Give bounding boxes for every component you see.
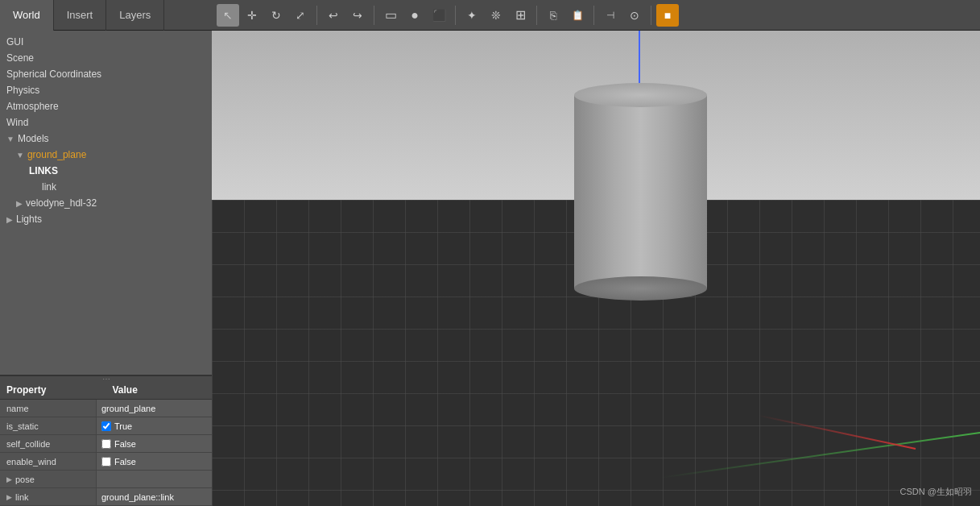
toolbar-separator-6 — [651, 6, 651, 25]
prop-val-self-collide[interactable]: False — [97, 435, 212, 452]
prop-val-is-static[interactable]: True — [97, 417, 212, 434]
grid-button[interactable]: ⊞ — [509, 4, 531, 27]
self-collide-checkbox[interactable] — [101, 439, 111, 449]
tree-item-velodyne[interactable]: ▶ velodyne_hdl-32 — [0, 195, 212, 211]
prop-row-enable-wind: enable_wind False — [0, 453, 212, 471]
particle-button[interactable]: ❊ — [485, 4, 507, 27]
prop-row-self-collide: self_collide False — [0, 435, 212, 453]
record-button[interactable]: ⊙ — [623, 4, 646, 27]
cylinder-top-face — [574, 83, 707, 107]
tab-bar: World Insert Layers — [0, 0, 212, 31]
tree-item-atmosphere[interactable]: Atmosphere — [0, 98, 212, 114]
is-static-checkbox[interactable] — [101, 421, 111, 431]
prop-val-enable-wind[interactable]: False — [97, 453, 212, 470]
scale-tool-button[interactable]: ⤢ — [289, 4, 312, 27]
tree-item-ground-plane-label: ground_plane — [27, 149, 86, 160]
lights-expand-arrow: ▶ — [6, 215, 13, 224]
prop-key-enable-wind: enable_wind — [0, 453, 97, 470]
box-button[interactable]: ▭ — [379, 4, 402, 27]
self-collide-label: False — [114, 439, 136, 449]
tree-item-wind-label: Wind — [6, 117, 28, 128]
cylinder-button[interactable]: ⬛ — [428, 4, 450, 27]
cylinder-bottom-face — [574, 276, 707, 301]
tree-item-velodyne-label: velodyne_hdl-32 — [26, 197, 97, 209]
tree-item-lights[interactable]: ▶ Lights — [0, 211, 212, 227]
link-expand-arrow: ▶ — [6, 493, 12, 501]
ground-plane-collapse-arrow: ▼ — [16, 151, 24, 160]
tree-item-gui[interactable]: GUI — [0, 34, 212, 50]
tree-item-wind[interactable]: Wind — [0, 114, 212, 131]
prop-key-pose: ▶ pose — [0, 471, 97, 487]
models-collapse-arrow: ▼ — [6, 135, 14, 143]
enable-wind-checkbox[interactable] — [101, 457, 111, 467]
tree-item-lights-label: Lights — [16, 214, 42, 225]
prop-key-link: ▶ link — [0, 488, 97, 505]
tree-item-spherical-coords[interactable]: Spherical Coordinates — [0, 66, 212, 82]
tab-insert[interactable]: Insert — [54, 0, 107, 31]
undo-button[interactable]: ↩ — [322, 4, 345, 27]
viewport[interactable]: CSDN @生如昭羽 — [212, 31, 980, 506]
tree-item-models-label: Models — [18, 133, 49, 144]
tab-layers[interactable]: Layers — [106, 0, 164, 31]
tree-item-physics-label: Physics — [6, 85, 39, 96]
tree-item-models[interactable]: ▼ Models — [0, 131, 212, 147]
pose-label: pose — [15, 475, 35, 484]
redo-button[interactable]: ↪ — [346, 4, 369, 27]
pose-expand-arrow: ▶ — [6, 475, 12, 483]
toolbar: ↖ ✛ ↻ ⤢ ↩ ↪ ▭ ● ⬛ ✦ ❊ ⊞ ⎘ 📋 ⊣ ⊙ ■ — [212, 0, 980, 31]
toolbar-separator-5 — [593, 6, 594, 25]
light-button[interactable]: ✦ — [461, 4, 483, 27]
watermark-text: CSDN @生如昭羽 — [900, 486, 972, 498]
toolbar-separator-3 — [455, 6, 456, 25]
tree-item-atmosphere-label: Atmosphere — [6, 101, 59, 112]
copy-button[interactable]: ⎘ — [542, 4, 564, 27]
prop-row-link[interactable]: ▶ link ground_plane::link — [0, 488, 212, 506]
toolbar-separator-4 — [536, 6, 537, 25]
prop-row-name: name ground_plane — [0, 400, 212, 417]
tree-item-scene-label: Scene — [6, 52, 34, 64]
sphere-button[interactable]: ● — [403, 4, 426, 27]
tree-item-gui-label: GUI — [6, 36, 23, 48]
cylinder-body — [574, 95, 707, 288]
toolbar-separator-1 — [316, 6, 317, 25]
value-col-header: Value — [106, 381, 213, 399]
enable-wind-label: False — [114, 457, 136, 467]
prop-key-is-static: is_static — [0, 417, 97, 434]
prop-key-self-collide: self_collide — [0, 435, 97, 452]
tree-item-ground-plane[interactable]: ▼ ground_plane — [0, 147, 212, 163]
prop-key-name: name — [0, 400, 97, 417]
is-static-label: True — [114, 421, 132, 431]
tree-item-spherical-coords-label: Spherical Coordinates — [6, 68, 101, 80]
left-panel: GUI Scene Spherical Coordinates Physics … — [0, 31, 212, 506]
tree-item-link-label: link — [42, 181, 56, 193]
prop-val-link: ground_plane::link — [97, 488, 212, 505]
tree-item-links[interactable]: LINKS — [0, 163, 212, 179]
prop-val-name[interactable]: ground_plane — [97, 400, 212, 417]
velodyne-expand-arrow: ▶ — [16, 199, 23, 208]
properties-header: Property Value — [0, 381, 212, 400]
select-tool-button[interactable]: ↖ — [217, 4, 239, 27]
tab-world[interactable]: World — [0, 0, 54, 31]
cylinder-object[interactable] — [574, 95, 707, 305]
align-left-button[interactable]: ⊣ — [599, 4, 622, 27]
link-label: link — [15, 492, 29, 502]
tree-item-link[interactable]: link — [0, 179, 212, 195]
rotate-tool-button[interactable]: ↻ — [265, 4, 287, 27]
tree-item-physics[interactable]: Physics — [0, 82, 212, 98]
property-col-header: Property — [0, 381, 106, 399]
prop-row-pose[interactable]: ▶ pose — [0, 471, 212, 488]
prop-row-is-static: is_static True — [0, 417, 212, 435]
move-tool-button[interactable]: ✛ — [241, 4, 263, 27]
toolbar-separator-2 — [374, 6, 374, 25]
tree-item-links-label: LINKS — [29, 165, 58, 176]
paste-button[interactable]: 📋 — [566, 4, 589, 27]
tree-item-scene[interactable]: Scene — [0, 50, 212, 66]
properties-panel: Property Value name ground_plane is_stat… — [0, 375, 212, 506]
orange-mode-button[interactable]: ■ — [656, 4, 679, 27]
prop-val-pose — [97, 471, 212, 487]
tree-area: GUI Scene Spherical Coordinates Physics … — [0, 31, 212, 375]
